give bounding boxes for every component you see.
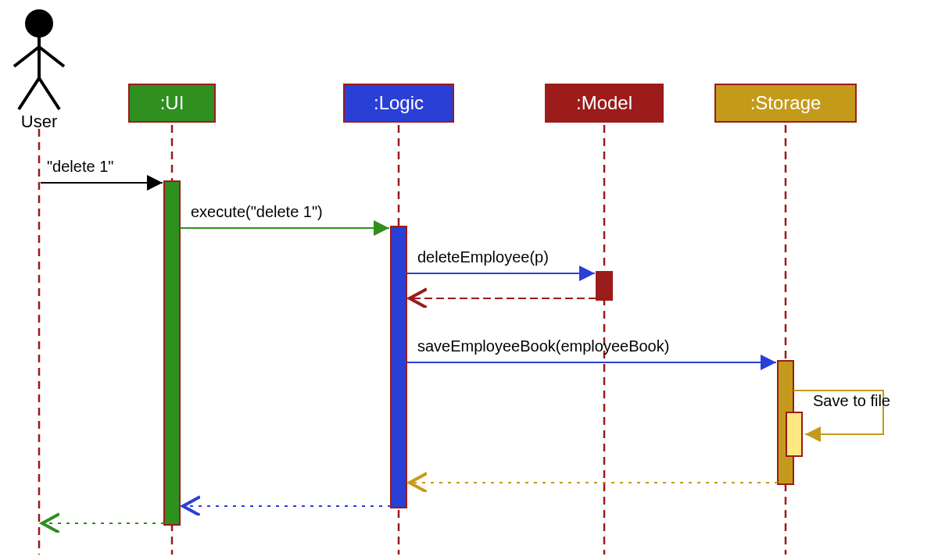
svg-point-0 [25,9,53,37]
message-execute: execute("delete 1") [180,203,389,228]
svg-line-3 [39,47,64,66]
message-delete-1: "delete 1" [41,158,163,183]
message-execute-label: execute("delete 1") [191,203,323,220]
participant-logic-label: :Logic [374,92,424,113]
message-save-to-file: Save to file [793,391,890,434]
message-delete-employee-label: deleteEmployee(p) [417,248,549,266]
participant-model-label: :Model [576,92,632,113]
message-delete-employee: deleteEmployee(p) [406,248,595,273]
svg-line-2 [14,47,39,66]
message-save-employee-book: saveEmployeeBook(employeeBook) [406,337,776,362]
svg-line-4 [19,78,39,109]
actor-user: User [14,9,64,131]
message-delete-1-label: "delete 1" [47,158,113,175]
activation-model [596,272,612,300]
participant-logic: :Logic [344,84,453,122]
activation-storage-inner [786,412,802,456]
participant-ui-label: :UI [160,92,184,113]
participant-storage: :Storage [715,84,856,122]
participant-storage-label: :Storage [750,92,822,113]
svg-line-5 [39,78,59,109]
actor-user-label: User [21,112,57,131]
participant-model: :Model [546,84,663,122]
message-save-employee-book-label: saveEmployeeBook(employeeBook) [417,337,669,355]
participant-ui: :UI [129,84,215,122]
activation-logic [391,226,406,508]
sequence-diagram: User :UI :Logic :Model :Storage "delete … [8,8,930,555]
message-save-to-file-label: Save to file [813,392,890,409]
activation-ui [164,181,180,525]
